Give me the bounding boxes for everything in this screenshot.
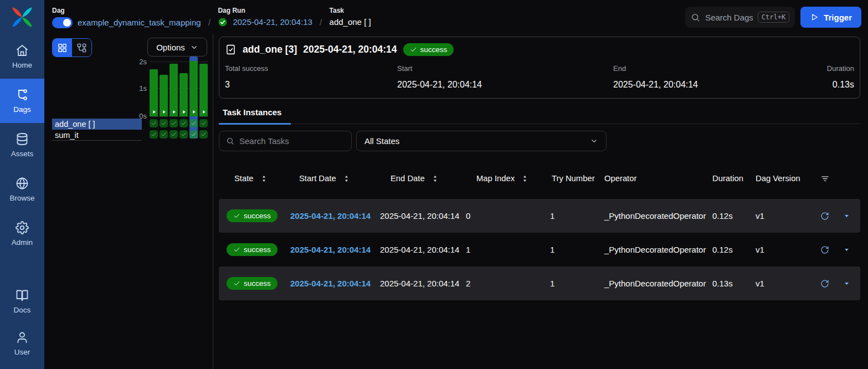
task-instance-square[interactable] (170, 130, 178, 139)
start-date-link[interactable]: 2025-04-21, 20:04:14 (290, 211, 380, 221)
table-row: success 2025-04-21, 20:04:14 2025-04-21,… (219, 266, 860, 300)
task-instance-square[interactable] (150, 119, 158, 127)
trigger-button[interactable]: Trigger (800, 7, 861, 28)
run-duration-bar[interactable] (150, 69, 158, 116)
sort-icon[interactable] (521, 175, 529, 183)
graph-icon (76, 43, 87, 53)
breadcrumb-task: Task add_one [ ] (330, 7, 371, 28)
run-duration-bar[interactable] (170, 64, 178, 116)
map-index: 1 (466, 245, 550, 254)
column-header-dag-version: Dag Version (756, 174, 814, 183)
dag-link[interactable]: example_dynamic_task_mapping (78, 18, 201, 27)
dag-run-column (199, 57, 208, 139)
state-filter-select[interactable]: All States (356, 131, 607, 151)
row-menu-caret-icon[interactable] (843, 245, 851, 254)
sidebar-item-docs[interactable]: Docs (0, 280, 44, 322)
task-instance-square[interactable] (150, 130, 158, 139)
run-duration-bar[interactable] (160, 75, 168, 116)
task-instance-square[interactable] (179, 130, 188, 139)
airflow-logo[interactable] (0, 0, 44, 34)
grid-panel: Options 2s 1s 0s add_one [ ]sum_it (44, 34, 213, 369)
column-header-try-number: Try Number (550, 174, 604, 183)
sidebar-item-dags[interactable]: Dags (0, 79, 44, 123)
task-instance-square[interactable] (189, 119, 198, 127)
grid-icon (57, 43, 68, 53)
breadcrumb-separator: / (320, 17, 322, 28)
state-badge: success (227, 209, 278, 222)
column-header-duration: Duration (712, 174, 756, 183)
run-duration-bar[interactable] (189, 61, 198, 116)
search-tasks-box[interactable] (219, 131, 352, 151)
column-header-end-date[interactable]: End Date (380, 174, 466, 183)
state-badge: success (227, 243, 278, 256)
sidebar-item-home[interactable]: Home (0, 34, 44, 79)
column-filter-button[interactable] (814, 174, 860, 183)
clear-task-icon[interactable] (820, 212, 829, 221)
search-dags-box[interactable]: Ctrl+K (685, 7, 795, 28)
graph-view-button[interactable] (72, 39, 91, 57)
task-instance-square[interactable] (160, 130, 168, 139)
start-date-link[interactable]: 2025-04-21, 20:04:14 (290, 245, 380, 254)
dag-version: v1 (756, 279, 814, 288)
duration: 0.12s (712, 211, 756, 221)
status-badge: success (403, 43, 454, 56)
sidebar-item-admin[interactable]: Admin (0, 212, 44, 256)
row-menu-caret-icon[interactable] (843, 212, 851, 220)
sort-icon[interactable] (431, 175, 439, 183)
chevron-down-icon (590, 137, 598, 145)
run-play-icon (161, 109, 167, 115)
sidebar-bottom: Docs User (0, 280, 44, 369)
column-header-start-date[interactable]: Start Date (290, 174, 380, 183)
search-tasks-input[interactable] (239, 136, 345, 146)
task-instance-square[interactable] (170, 119, 178, 127)
play-icon (810, 13, 819, 22)
stat-start: Start 2025-04-21, 20:04:14 (397, 64, 613, 90)
column-header-state[interactable]: State (219, 174, 290, 183)
start-date-link[interactable]: 2025-04-21, 20:04:14 (290, 279, 380, 288)
sidebar-item-user[interactable]: User (0, 322, 44, 365)
state-badge: success (227, 277, 278, 290)
search-icon (226, 137, 234, 145)
sidebar-item-label: Browse (9, 194, 34, 202)
sort-icon[interactable] (260, 175, 268, 183)
breadcrumb-dag: Dag example_dynamic_task_mapping (52, 7, 201, 28)
dag-run-link[interactable]: 2025-04-21, 20:04:13 (233, 17, 312, 27)
task-timestamp: 2025-04-21, 20:04:14 (303, 44, 397, 55)
user-icon (16, 331, 29, 344)
dag-pause-toggle[interactable] (52, 17, 73, 28)
task-instance-square[interactable] (199, 119, 208, 127)
task-instance-square[interactable] (199, 130, 208, 139)
assets-icon (16, 132, 29, 146)
column-header-map-index[interactable]: Map Index (466, 174, 550, 183)
task-row-sum_it[interactable]: sum_it (52, 130, 142, 141)
options-button[interactable]: Options (147, 38, 207, 57)
tab-task-instances[interactable]: Task Instances (219, 107, 291, 125)
task-instance-square[interactable] (179, 119, 188, 127)
task-instance-square[interactable] (160, 119, 168, 127)
duration: 0.12s (712, 245, 756, 254)
run-duration-bar[interactable] (179, 73, 188, 116)
row-menu-caret-icon[interactable] (843, 279, 851, 288)
clear-task-icon[interactable] (820, 279, 829, 288)
run-duration-bar[interactable] (199, 64, 208, 116)
tab-bar: Task Instances (219, 107, 860, 124)
run-play-icon (151, 109, 157, 115)
sidebar-item-label: Docs (14, 306, 31, 314)
admin-icon (16, 221, 29, 234)
grid-view-button[interactable] (53, 39, 72, 57)
column-header-operator: Operator (604, 174, 712, 183)
runs-grid (150, 57, 208, 139)
clear-task-icon[interactable] (820, 245, 829, 254)
task-row-add_one[interactable]: add_one [ ] (52, 119, 142, 130)
sidebar-item-browse[interactable]: Browse (0, 167, 44, 212)
search-dags-input[interactable] (705, 13, 753, 22)
dag-run-column (170, 57, 178, 139)
map-index: 2 (466, 279, 550, 288)
sidebar-item-assets[interactable]: Assets (0, 123, 44, 167)
task-instance-square[interactable] (189, 130, 198, 139)
browse-icon (16, 177, 29, 190)
sidebar: Home Dags Assets Browse Admin Docs User (0, 0, 44, 369)
sort-icon[interactable] (342, 175, 351, 183)
task-name: add_one [ ] (330, 17, 371, 27)
try-number: 1 (550, 279, 604, 288)
